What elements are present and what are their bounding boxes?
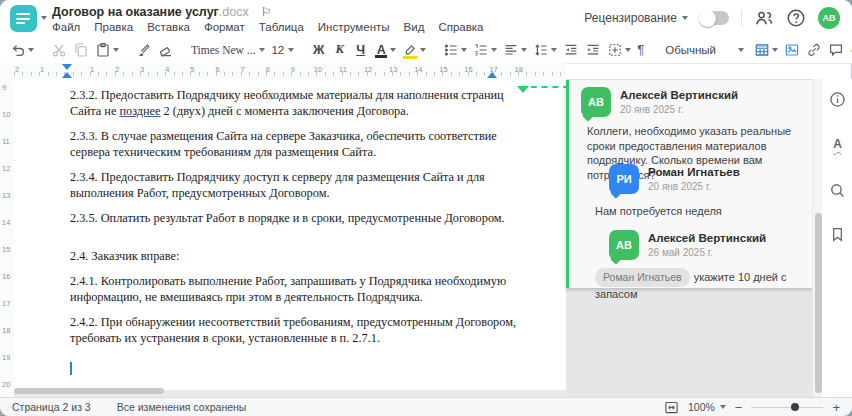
menu-item[interactable]: Файл <box>52 21 80 33</box>
info-icon[interactable] <box>829 91 846 108</box>
zoom-slider[interactable] <box>751 402 823 412</box>
ruler-number: 16 <box>2 272 10 281</box>
format-painter-button[interactable] <box>136 42 152 58</box>
comment-author: Алексей Вертинский <box>648 232 766 244</box>
undo-button[interactable] <box>10 42 34 58</box>
review-toggle[interactable] <box>700 11 729 25</box>
comment-author: Алексей Вертинский <box>620 89 738 101</box>
fit-width-button[interactable] <box>664 400 679 415</box>
insert-comment-button[interactable] <box>828 42 844 58</box>
paragraph[interactable]: 2.3.3. В случае размещения Сайта на серв… <box>70 128 526 160</box>
italic-button[interactable]: К <box>332 42 347 57</box>
menu-bar: ФайлПравкаВставкаФорматТаблицаИнструмент… <box>52 21 484 33</box>
comment-text: Роман Игнатьевукажите 10 дней с запасом <box>595 268 802 301</box>
commented-text[interactable]: позднее <box>119 104 160 118</box>
horizontal-ruler[interactable]: 21 123456789101112131415161718 <box>0 63 566 80</box>
user-avatar[interactable]: АВ <box>818 7 840 29</box>
highlight-caret-icon <box>420 48 426 52</box>
ruler-number: 20 <box>2 380 10 389</box>
paragraph[interactable]: 2.3.2. Предоставить Подрядчику необходим… <box>70 87 526 119</box>
screen: Договор на оказание услуг.docx⚐ ФайлПрав… <box>0 0 852 416</box>
paragraph[interactable]: 2.3.5. Оплатить результат Работ в порядк… <box>70 210 526 226</box>
font-color-button[interactable]: А <box>374 43 396 57</box>
bullet-list-button[interactable] <box>443 42 467 58</box>
right-indent-marker[interactable] <box>487 72 497 78</box>
paragraph-borders-button[interactable] <box>607 42 631 58</box>
paragraph-style-value: Обычный <box>665 44 716 56</box>
table-caret-icon <box>772 48 778 52</box>
borders-caret-icon <box>625 48 631 52</box>
menu-item[interactable]: Таблица <box>259 21 304 33</box>
first-line-indent-marker[interactable] <box>62 64 72 70</box>
menu-item[interactable]: Формат <box>204 21 245 33</box>
mention-chip[interactable]: Роман Игнатьев <box>595 268 690 287</box>
vertical-ruler[interactable]: 91011121314151617181920 <box>0 79 15 397</box>
menu-item[interactable]: Вид <box>404 21 425 33</box>
spellcheck-icon[interactable]: А <box>830 137 845 151</box>
insert-link-button[interactable] <box>806 42 822 58</box>
app-menu-caret-icon[interactable] <box>41 16 47 20</box>
paragraph[interactable]: 2.4.2. При обнаружении несоответствий тр… <box>70 314 526 346</box>
vertical-scrollbar-thumb[interactable] <box>815 213 822 393</box>
review-mode-dropdown[interactable]: Рецензирование <box>584 11 688 25</box>
insert-image-button[interactable] <box>784 42 800 58</box>
insert-table-button[interactable] <box>754 42 778 58</box>
document-text: 2.3.2. Предоставить Подрядчику необходим… <box>70 87 526 375</box>
zoom-out-button[interactable]: − <box>735 401 743 414</box>
comment-avatar: АВ <box>581 87 611 117</box>
zoom-slider-handle[interactable] <box>791 403 799 411</box>
page-indicator: Страница 2 из 3 <box>12 401 91 413</box>
paragraph[interactable]: 2.3.4. Предоставить Подрядчику доступ к … <box>70 169 526 201</box>
comment-date: 20 янв 2025 г. <box>620 104 738 115</box>
zoom-dropdown[interactable]: 100% <box>688 401 726 413</box>
underline-button[interactable]: Ч <box>353 43 368 57</box>
help-icon[interactable] <box>786 8 806 28</box>
bookmark-icon[interactable] <box>829 226 846 243</box>
comment-avatar: РИ <box>609 164 639 194</box>
paragraph[interactable]: 2.4.1. Контролировать выполнение Работ, … <box>70 273 526 305</box>
ruler-number: 4 <box>165 65 169 74</box>
show-formatting-button[interactable]: ¶ <box>637 42 644 57</box>
ruler-number: 1 <box>40 65 44 74</box>
copy-button[interactable] <box>73 42 89 58</box>
ruler-number: 10 <box>2 110 10 119</box>
left-indent-marker[interactable] <box>62 72 72 78</box>
ruler-number: 7 <box>241 65 245 74</box>
zoom-in-button[interactable]: + <box>832 401 840 414</box>
comment-reply[interactable]: РИ Роман Игнатьев 20 янв 2025 г. Нам пот… <box>569 164 802 219</box>
increase-indent-button[interactable] <box>585 42 601 58</box>
document-page[interactable]: 2.3.2. Предоставить Подрядчику необходим… <box>14 79 566 390</box>
align-button[interactable] <box>503 42 527 58</box>
menu-item[interactable]: Справка <box>438 21 483 33</box>
cut-button[interactable] <box>51 42 67 58</box>
ruler-number: 5 <box>190 65 194 74</box>
numbered-list-button[interactable] <box>473 42 497 58</box>
decrease-indent-button[interactable] <box>563 42 579 58</box>
menu-item[interactable]: Правка <box>94 21 133 33</box>
font-name-select[interactable]: Times New ... <box>191 44 265 56</box>
paragraph[interactable]: 2.4. Заказчик вправе: <box>70 248 526 264</box>
ruler-number: 17 <box>2 299 10 308</box>
clear-style-button[interactable] <box>158 42 174 58</box>
horizontal-scrollbar-thumb[interactable] <box>14 388 164 394</box>
flag-icon[interactable]: ⚐ <box>261 5 272 19</box>
font-size-select[interactable]: 12 <box>271 44 294 56</box>
menu-item[interactable]: Инструменты <box>318 21 390 33</box>
search-icon[interactable] <box>829 182 846 199</box>
ruler-number: 11 <box>339 65 347 74</box>
paste-button[interactable] <box>95 42 119 58</box>
highlight-color-button[interactable] <box>402 42 426 58</box>
app-logo[interactable] <box>10 5 37 32</box>
line-spacing-button[interactable] <box>533 42 557 58</box>
menu-item[interactable]: Вставка <box>147 21 190 33</box>
ruler-number: 10 <box>314 65 322 74</box>
document-title: Договор на оказание услуг <box>52 5 219 19</box>
header: Договор на оказание услуг.docx⚐ ФайлПрав… <box>0 0 852 36</box>
comment-reply[interactable]: АВ Алексей Вертинский 26 май 2025 г. Ром… <box>569 230 802 301</box>
toggle-knob <box>699 10 716 27</box>
ruler-ticks <box>14 72 562 76</box>
paragraph-style-select[interactable]: Обычный <box>661 44 748 56</box>
ruler-number: 12 <box>2 164 10 173</box>
users-icon[interactable] <box>754 8 774 28</box>
bold-button[interactable]: Ж <box>311 43 326 57</box>
